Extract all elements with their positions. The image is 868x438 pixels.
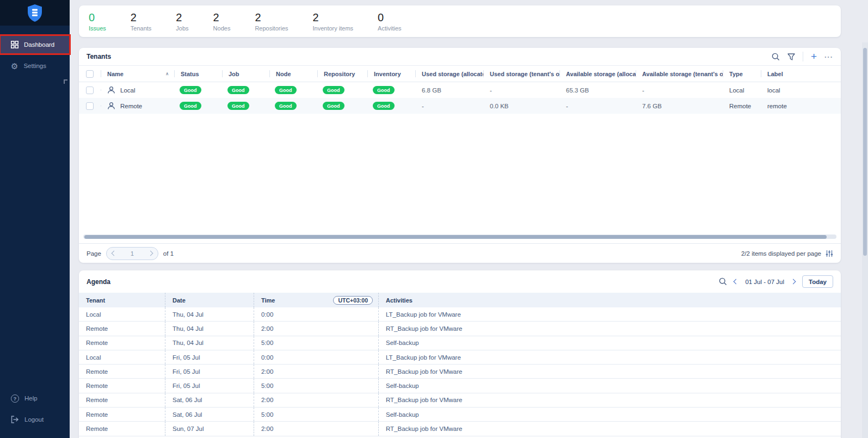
agenda-time-cell: 0:00 — [254, 350, 378, 364]
stat-label: Repositories — [255, 25, 288, 32]
used-allocated-cell: 6.8 GB — [415, 87, 483, 94]
row-checkbox[interactable] — [86, 102, 94, 110]
node-cell: Good — [269, 102, 317, 110]
stat-issues[interactable]: 0 Issues — [89, 11, 106, 32]
column-header-repository[interactable]: Repository — [317, 66, 367, 82]
tenants-panel-title: Tenants — [87, 53, 111, 60]
available-own-cell: - — [636, 87, 723, 94]
search-icon[interactable] — [772, 53, 780, 61]
column-header-label[interactable]: Label — [761, 66, 841, 82]
vertical-scrollbar-track[interactable] — [862, 42, 868, 438]
sidebar-item-logout[interactable]: Logout — [0, 410, 70, 429]
stat-repositories[interactable]: 2 Repositories — [255, 11, 288, 32]
stat-inventory-items[interactable]: 2 Inventory items — [313, 11, 354, 32]
agenda-date-cell: Fri, 05 Jul — [165, 379, 254, 392]
column-label: Inventory — [374, 71, 401, 77]
agenda-row[interactable]: Local Fri, 05 Jul 0:00 LT_Backup job for… — [79, 350, 841, 365]
column-label: Available storage (tenant's own) — [642, 71, 723, 77]
job-cell: Good — [222, 102, 269, 110]
stat-value: 2 — [176, 11, 188, 23]
agenda-row[interactable]: Remote Sat, 06 Jul 2:00 RT_Backup job fo… — [79, 393, 841, 408]
agenda-row[interactable]: Remote Thu, 04 Jul 5:00 Self-backup — [79, 336, 841, 350]
next-page-icon[interactable] — [147, 251, 153, 256]
agenda-tenant-cell: Local — [79, 350, 165, 364]
status-badge: Good — [373, 102, 395, 110]
today-button[interactable]: Today — [802, 275, 833, 288]
help-icon: ? — [11, 394, 19, 403]
sidebar: Dashboard ⚙ Settings ? Help Logout — [0, 0, 70, 438]
status-cell: Good — [174, 86, 222, 94]
page-of-label: of 1 — [163, 250, 174, 257]
date-range-label[interactable]: 01 Jul - 07 Jul — [745, 279, 784, 285]
sidebar-collapse-handle[interactable] — [64, 79, 67, 84]
column-header-type[interactable]: Type — [723, 66, 761, 82]
row-checkbox[interactable] — [86, 87, 94, 94]
previous-week-icon[interactable] — [734, 279, 739, 285]
stat-activities[interactable]: 0 Activities — [378, 11, 401, 32]
vertical-scrollbar-thumb[interactable] — [863, 48, 867, 256]
agenda-table-header: Tenant Date Time UTC+03:00 Activities — [79, 293, 841, 307]
select-all-checkbox-cell — [79, 66, 101, 82]
column-header-used-own[interactable]: Used storage (tenant's own) — [483, 66, 559, 82]
column-header-available-allocated[interactable]: Available storage (allocated) — [559, 66, 636, 82]
summary-stats-bar: 0 Issues 2 Tenants 2 Jobs 2 Nodes 2 Repo… — [79, 5, 841, 37]
sidebar-item-help[interactable]: ? Help — [0, 389, 70, 408]
tenant-row-local[interactable]: Local Good Good Good Good Good 6.8 GB - … — [79, 82, 841, 98]
column-header-node[interactable]: Node — [269, 66, 317, 82]
agenda-row[interactable]: Remote Thu, 04 Jul 2:00 RT_Backup job fo… — [79, 322, 841, 336]
column-header-inventory[interactable]: Inventory — [367, 66, 415, 82]
dashboard-grid-icon — [11, 41, 19, 48]
column-label: Type — [729, 71, 743, 77]
page-selector: 1 — [106, 247, 158, 260]
agenda-row[interactable]: Remote Fri, 05 Jul 2:00 RT_Backup job fo… — [79, 365, 841, 379]
stat-nodes[interactable]: 2 Nodes — [213, 11, 231, 32]
stat-label: Inventory items — [313, 25, 354, 32]
previous-page-icon[interactable] — [111, 251, 116, 256]
agenda-tenant-cell: Local — [79, 307, 165, 321]
select-all-checkbox[interactable] — [86, 70, 94, 78]
sidebar-item-settings[interactable]: ⚙ Settings — [0, 57, 70, 75]
agenda-time-cell: 5:00 — [254, 408, 378, 421]
column-header-job[interactable]: Job — [222, 66, 269, 82]
agenda-row[interactable]: Remote Fri, 05 Jul 5:00 Self-backup — [79, 379, 841, 393]
gear-icon: ⚙ — [11, 62, 18, 70]
sidebar-item-dashboard[interactable]: Dashboard — [0, 35, 70, 54]
agenda-row[interactable]: Remote Sat, 06 Jul 5:00 Self-backup — [79, 408, 841, 422]
available-own-cell: 7.6 GB — [636, 103, 723, 109]
status-badge: Good — [180, 102, 201, 110]
add-tenant-icon[interactable]: + — [811, 52, 817, 61]
tenant-row-remote[interactable]: Remote Good Good Good Good Good - 0.0 KB… — [79, 98, 841, 114]
tenant-person-icon — [107, 86, 115, 94]
column-header-status[interactable]: Status — [174, 66, 222, 82]
agenda-time-cell: 5:00 — [254, 379, 378, 392]
repository-cell: Good — [317, 86, 367, 94]
agenda-row[interactable]: Local Thu, 04 Jul 0:00 LT_Backup job for… — [79, 307, 841, 322]
stat-tenants[interactable]: 2 Tenants — [131, 11, 152, 32]
agenda-activity-cell: Self-backup — [378, 408, 841, 421]
more-options-icon[interactable]: ··· — [824, 53, 833, 61]
agenda-activity-cell: Self-backup — [378, 336, 841, 350]
agenda-row[interactable]: Remote Sun, 07 Jul 2:00 RT_Backup job fo… — [79, 422, 841, 436]
next-week-icon[interactable] — [791, 279, 796, 285]
status-badge: Good — [275, 102, 297, 110]
stat-jobs[interactable]: 2 Jobs — [176, 11, 188, 32]
column-label: Available storage (allocated) — [566, 71, 636, 77]
used-own-cell: 0.0 KB — [483, 103, 559, 109]
column-header-name[interactable]: Name ∧ — [101, 66, 174, 82]
column-label: Used storage (tenant's own) — [490, 71, 559, 77]
agenda-date-cell: Thu, 04 Jul — [165, 336, 254, 350]
agenda-panel-title: Agenda — [87, 278, 110, 286]
agenda-date-cell: Thu, 04 Jul — [165, 307, 254, 321]
horizontal-scrollbar-track[interactable] — [83, 235, 836, 239]
column-header-used-allocated[interactable]: Used storage (allocated) — [415, 66, 483, 82]
filter-icon[interactable] — [787, 53, 795, 60]
agenda-tenant-cell: Remote — [79, 336, 165, 350]
horizontal-scrollbar-thumb[interactable] — [84, 235, 827, 239]
column-header-available-own[interactable]: Available storage (tenant's own) — [636, 66, 723, 82]
agenda-tenant-cell: Remote — [79, 322, 165, 335]
agenda-activity-cell: RT_Backup job for VMware — [378, 322, 841, 335]
tenant-person-icon — [107, 102, 115, 110]
search-icon[interactable] — [719, 277, 727, 286]
page-settings-icon[interactable] — [826, 250, 833, 257]
tenants-toolbar: + ··· — [772, 52, 833, 61]
